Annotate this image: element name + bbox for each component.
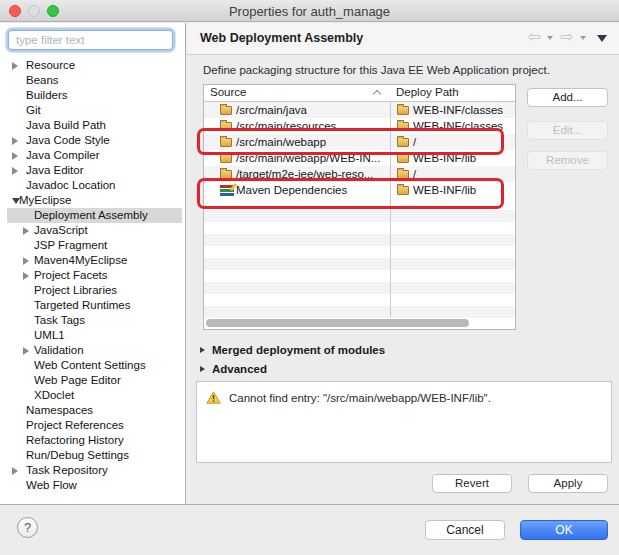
table-row[interactable]: /src/main/resourcesWEB-INF/classes xyxy=(204,118,515,134)
table-row[interactable]: Maven DependenciesWEB-INF/lib xyxy=(204,182,515,198)
sidebar-item-refactoring-history[interactable]: Refactoring History xyxy=(0,433,184,448)
section-merged-deployment[interactable]: Merged deployment of modules xyxy=(200,342,385,357)
ok-button[interactable]: OK xyxy=(520,520,608,540)
sidebar-item-jsp-fragment[interactable]: JSP Fragment xyxy=(0,238,184,253)
sidebar-item-label: Project Libraries xyxy=(34,283,117,298)
sidebar-item-label: Web Page Editor xyxy=(34,373,121,388)
table-body: /src/main/javaWEB-INF/classes/src/main/r… xyxy=(204,102,515,329)
source-cell: Maven Dependencies xyxy=(236,182,347,198)
sidebar-item-targeted-runtimes[interactable]: Targeted Runtimes xyxy=(0,298,184,313)
tree-collapsed-icon[interactable] xyxy=(12,167,18,175)
view-menu-icon[interactable] xyxy=(597,35,607,42)
sidebar-item-git[interactable]: Git xyxy=(0,103,184,118)
sidebar-item-java-compiler[interactable]: Java Compiler xyxy=(0,148,184,163)
folder-icon xyxy=(220,170,232,179)
source-cell: /src/main/webapp/WEB-IN... xyxy=(236,150,380,166)
tree-collapsed-icon[interactable] xyxy=(12,137,18,145)
section-collapsed-icon[interactable] xyxy=(200,347,205,353)
sidebar-item-label: Web Flow xyxy=(26,478,77,493)
source-column-header[interactable]: Source xyxy=(210,86,246,98)
tree-collapsed-icon[interactable] xyxy=(23,257,29,265)
sidebar-item-web-content-settings[interactable]: Web Content Settings xyxy=(0,358,184,373)
sidebar-item-label: JavaScript xyxy=(34,223,88,238)
table-header[interactable]: Source Deploy Path xyxy=(204,85,515,102)
table-row[interactable]: /src/main/javaWEB-INF/classes xyxy=(204,102,515,118)
table-row[interactable]: /src/main/webapp/WEB-IN...WEB-INF/lib xyxy=(204,150,515,166)
sidebar-item-resource[interactable]: Resource xyxy=(0,58,184,73)
titlebar[interactable]: Properties for auth_manage xyxy=(0,0,619,22)
sidebar-item-javascript[interactable]: JavaScript xyxy=(0,223,184,238)
status-message-box: Cannot find entry: "/src/main/webapp/WEB… xyxy=(196,381,612,463)
sidebar-item-deployment-assembly[interactable]: Deployment Assembly xyxy=(0,208,184,223)
table-row[interactable]: /target/m2e-jee/web-reso.../ xyxy=(204,166,515,182)
filter-input[interactable] xyxy=(8,30,173,50)
sidebar-item-javadoc-location[interactable]: Javadoc Location xyxy=(0,178,184,193)
empty-table-stripe xyxy=(204,270,515,282)
folder-icon xyxy=(220,154,232,163)
sidebar-item-builders[interactable]: Builders xyxy=(0,88,184,103)
empty-table-stripe xyxy=(204,198,515,210)
section-label: Advanced xyxy=(212,363,267,375)
sidebar-item-java-code-style[interactable]: Java Code Style xyxy=(0,133,184,148)
tree-collapsed-icon[interactable] xyxy=(12,62,18,70)
sidebar-item-project-libraries[interactable]: Project Libraries xyxy=(0,283,184,298)
column-divider[interactable] xyxy=(390,85,391,317)
sidebar-item-maven4myeclipse[interactable]: Maven4MyEclipse xyxy=(0,253,184,268)
empty-table-stripe xyxy=(204,294,515,306)
tree-collapsed-icon[interactable] xyxy=(12,467,18,475)
forward-arrow-icon[interactable]: ⇨ xyxy=(561,27,574,47)
deploy-cell: WEB-INF/classes xyxy=(413,118,503,134)
tree-collapsed-icon[interactable] xyxy=(23,347,29,355)
page-header: Web Deployment Assembly ⇦ ⇨ xyxy=(187,23,619,55)
tree-collapsed-icon[interactable] xyxy=(12,152,18,160)
sidebar-item-project-references[interactable]: Project References xyxy=(0,418,184,433)
apply-button[interactable]: Apply xyxy=(528,474,608,493)
sidebar-item-myeclipse[interactable]: MyEclipse xyxy=(0,193,184,208)
sidebar-item-label: Maven4MyEclipse xyxy=(34,253,127,268)
table-row[interactable]: /src/main/webapp/ xyxy=(204,134,515,150)
add-button[interactable]: Add... xyxy=(527,88,608,107)
deploy-cell: / xyxy=(413,134,416,150)
empty-table-stripe xyxy=(204,282,515,294)
sidebar-item-xdoclet[interactable]: XDoclet xyxy=(0,388,184,403)
sidebar-item-namespaces[interactable]: Namespaces xyxy=(0,403,184,418)
sidebar-item-task-tags[interactable]: Task Tags xyxy=(0,313,184,328)
page-description: Define packaging structure for this Java… xyxy=(203,64,550,76)
tree-collapsed-icon[interactable] xyxy=(23,227,29,235)
sidebar-item-label: Javadoc Location xyxy=(26,178,116,193)
deploy-cell: WEB-INF/classes xyxy=(413,102,503,118)
sidebar-item-label: JSP Fragment xyxy=(34,238,107,253)
warning-message: Cannot find entry: "/src/main/webapp/WEB… xyxy=(229,392,491,404)
properties-dialog: Properties for auth_manage ResourceBeans… xyxy=(0,0,619,555)
help-button[interactable]: ? xyxy=(17,517,38,538)
remove-button[interactable]: Remove xyxy=(527,151,608,170)
deploy-cell: WEB-INF/lib xyxy=(413,182,476,198)
sidebar-item-uml1[interactable]: UML1 xyxy=(0,328,184,343)
sidebar-item-label: Java Code Style xyxy=(26,133,110,148)
section-collapsed-icon[interactable] xyxy=(200,366,205,372)
edit-button[interactable]: Edit... xyxy=(527,121,608,140)
sidebar-item-label: MyEclipse xyxy=(19,193,71,208)
tree-collapsed-icon[interactable] xyxy=(23,272,29,280)
revert-button[interactable]: Revert xyxy=(432,474,512,493)
sidebar-item-run-debug-settings[interactable]: Run/Debug Settings xyxy=(0,448,184,463)
sidebar-item-web-flow[interactable]: Web Flow xyxy=(0,478,184,493)
deploy-cell: / xyxy=(413,166,416,182)
sidebar-item-web-page-editor[interactable]: Web Page Editor xyxy=(0,373,184,388)
sidebar-item-project-facets[interactable]: Project Facets xyxy=(0,268,184,283)
forward-menu-caret-icon[interactable] xyxy=(580,36,586,40)
sidebar-item-beans[interactable]: Beans xyxy=(0,73,184,88)
sidebar-item-validation[interactable]: Validation xyxy=(0,343,184,358)
empty-table-stripe xyxy=(204,222,515,234)
sidebar-item-task-repository[interactable]: Task Repository xyxy=(0,463,184,478)
sidebar-item-java-build-path[interactable]: Java Build Path xyxy=(0,118,184,133)
cancel-button[interactable]: Cancel xyxy=(425,520,505,540)
source-cell: /target/m2e-jee/web-reso... xyxy=(236,166,373,182)
horizontal-scrollbar-thumb[interactable] xyxy=(206,319,469,327)
back-menu-caret-icon[interactable] xyxy=(547,36,553,40)
back-arrow-icon[interactable]: ⇦ xyxy=(528,27,541,47)
sidebar-item-java-editor[interactable]: Java Editor xyxy=(0,163,184,178)
section-advanced[interactable]: Advanced xyxy=(200,361,267,376)
deploy-path-column-header[interactable]: Deploy Path xyxy=(396,86,459,98)
sidebar-item-label: Task Tags xyxy=(34,313,85,328)
